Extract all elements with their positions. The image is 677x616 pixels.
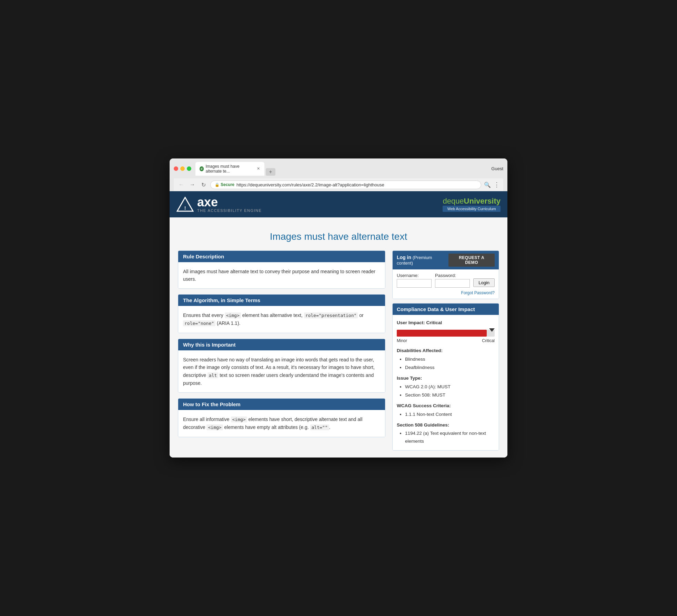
right-column: Log in (Premium content) REQUEST A DEMO … [392,250,499,451]
tab-title: Images must have alternate te... [206,164,254,174]
how-to-fix-header: How to Fix the Problem [178,399,385,410]
impact-bar-track [397,330,495,337]
compliance-header: Compliance Data & User Impact [393,304,499,315]
username-field: Username: [397,273,432,288]
impact-critical-label: Critical [482,337,495,344]
rule-description-card: Rule Description All images must have al… [178,250,385,289]
list-item: 1194.22 (a) Text equivalent for non-text… [405,430,495,445]
how-to-fix-code2: <img> [206,424,223,430]
list-item: Blindness [405,356,495,363]
page-title-area: Images must have alternate text [178,224,499,250]
browser-tabs: d Images must have alternate te... ✕ + [195,162,491,176]
deque-university-name: dequeUniversity [443,197,501,206]
login-panel: Log in (Premium content) REQUEST A DEMO … [392,250,499,299]
why-important-body: Screen readers have no way of translatin… [178,350,385,392]
tab-favicon: d [200,166,204,171]
algorithm-header: The Algorithm, in Simple Terms [178,295,385,306]
compliance-body: User Impact: Critical Minor Critical [393,315,499,451]
login-body: Username: Password: Login [393,269,499,299]
forgot-password-link[interactable]: Forgot Password? [461,290,495,295]
how-to-fix-post: . [329,424,331,430]
issue-type-label: Issue Type: [397,374,495,382]
login-fields: Username: Password: Login [397,273,495,288]
wcag-list: 1.1.1 Non-text Content [397,411,495,419]
how-to-fix-code3: alt="" [310,424,329,430]
maximize-button[interactable] [187,166,191,171]
how-to-fix-code1: <img> [231,417,247,422]
how-to-fix-card: How to Fix the Problem Ensure all inform… [178,398,385,437]
reload-button[interactable]: ↻ [199,181,208,189]
login-button[interactable]: Login [473,278,495,287]
browser-tab-active[interactable]: d Images must have alternate te... ✕ [195,162,264,176]
algorithm-body: Ensures that every <img> element has alt… [178,306,385,333]
axe-logo: ! axe THE ACCESSIBILITY ENGINE [176,196,262,213]
password-label: Password: [435,273,470,278]
algorithm-code2: role="presentation" [304,312,358,318]
impact-labels: Minor Critical [397,337,495,344]
new-tab-button[interactable]: + [266,168,275,176]
impact-indicator-icon [489,328,495,332]
tab-close-button[interactable]: ✕ [256,166,260,171]
how-to-fix-pre: Ensure all informative [183,417,231,422]
browser-titlebar: d Images must have alternate te... ✕ + G… [174,162,503,176]
algorithm-text-post: (ARIA 1.1). [215,320,240,326]
why-important-header: Why this is Important [178,339,385,350]
deque-logo: dequeUniversity Web Accessibility Curric… [443,197,501,212]
guest-label: Guest [491,166,503,171]
how-to-fix-body: Ensure all informative <img> elements ha… [178,410,385,437]
compliance-panel: Compliance Data & User Impact User Impac… [392,303,499,451]
why-important-code-alt: alt [208,372,218,378]
disabilities-list: Blindness Deafblindness [397,356,495,372]
log-in-label: Log in [397,255,411,260]
password-field: Password: [435,273,470,288]
login-title: Log in (Premium content) [397,255,448,266]
axe-triangle-icon: ! [176,197,194,212]
algorithm-card: The Algorithm, in Simple Terms Ensures t… [178,294,385,333]
rule-description-body: All images must have alternate text to c… [178,262,385,289]
forgot-password-row: Forgot Password? [397,290,495,295]
algorithm-text-mid2: or [358,312,363,318]
secure-badge: 🔒 Secure [215,182,234,187]
how-to-fix-mid2: elements have empty alt attributes (e.g. [223,424,310,430]
algorithm-text-mid: element has alternative text, [241,312,304,318]
issue-type-list: WCAG 2.0 (A): MUST Section 508: MUST [397,383,495,399]
browser-addressbar: ← → ↻ 🔒 Secure https://dequeuniversity.c… [174,178,503,191]
request-demo-button[interactable]: REQUEST A DEMO [448,254,495,267]
rule-description-header: Rule Description [178,251,385,262]
axe-text: axe [197,196,262,208]
axe-wordmark: axe THE ACCESSIBILITY ENGINE [197,196,262,213]
left-column: Rule Description All images must have al… [178,250,385,437]
algorithm-text-pre: Ensures that every [183,312,225,318]
svg-text:!: ! [184,205,186,211]
list-item: WCAG 2.0 (A): MUST [405,383,495,391]
browser-window: d Images must have alternate te... ✕ + G… [170,158,507,458]
section508-list: 1194.22 (a) Text equivalent for non-text… [397,430,495,445]
close-button[interactable] [174,166,178,171]
user-impact-label: User Impact: Critical [397,319,495,327]
traffic-lights [174,166,191,171]
list-item: Deafblindness [405,364,495,372]
algorithm-code1: <img> [225,312,241,318]
menu-button[interactable]: ⋮ [494,181,500,188]
section508-label: Section 508 Guidelines: [397,421,495,429]
back-button[interactable]: ← [177,181,185,189]
why-important-card: Why this is Important Screen readers hav… [178,339,385,393]
main-content: Images must have alternate text Rule Des… [170,217,507,458]
list-item: Section 508: MUST [405,391,495,399]
algorithm-code3: role="none" [183,320,215,326]
wcag-label: WCAG Success Criteria: [397,402,495,410]
search-button[interactable]: 🔍 [484,182,491,188]
address-bar[interactable]: 🔒 Secure https://dequeuniversity.com/rul… [210,181,481,189]
minimize-button[interactable] [180,166,185,171]
impact-minor-label: Minor [397,337,407,344]
url-text: https://dequeuniversity.com/rules/axe/2.… [236,182,384,187]
impact-bar-container: Minor Critical [397,330,495,344]
lock-icon: 🔒 [215,183,220,187]
password-input[interactable] [435,279,470,288]
list-item: 1.1.1 Non-text Content [405,411,495,419]
browser-chrome: d Images must have alternate te... ✕ + G… [170,158,507,191]
impact-bar-fill [397,330,487,337]
curriculum-label: Web Accessibility Curriculum [443,206,501,212]
forward-button[interactable]: → [188,181,196,189]
username-input[interactable] [397,279,432,288]
